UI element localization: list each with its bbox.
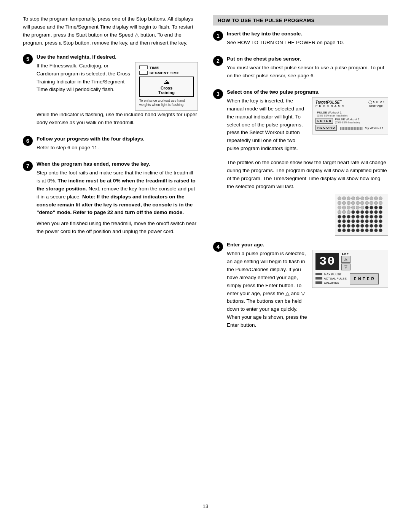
step-r3-body2: The profiles on the console show how the…: [227, 159, 388, 191]
calories-row: CALORIES: [315, 281, 347, 284]
step-7-number: 7: [23, 161, 33, 171]
dot: [351, 201, 355, 205]
dot: [365, 201, 369, 205]
actual-pulse-indicator: [315, 277, 322, 280]
dot: [370, 210, 373, 214]
step-r1-block: 1 Insert the key into the console. See H…: [213, 31, 388, 50]
tp-record-btn[interactable]: R E C O R D: [315, 125, 337, 131]
cross-training-display: TIME SEGMENT TIME ⛰ CrossTraining To enh…: [135, 62, 198, 111]
right-column: HOW TO USE THE PULSE PROGRAMS 1 Insert t…: [213, 15, 388, 492]
dot: [347, 197, 350, 200]
tp-enter-age-label: -Enter Age: [368, 104, 385, 107]
step-7-body1: Step onto the foot rails and make sure t…: [37, 169, 198, 217]
dot: [356, 224, 360, 228]
dot: [347, 215, 350, 219]
tp-programs-label: P R O G R A M S: [315, 104, 344, 108]
dot: [351, 197, 355, 200]
left-column: To stop the program temporarily, press o…: [23, 15, 198, 492]
section-header: HOW TO USE THE PULSE PROGRAMS: [213, 15, 388, 26]
cross-training-box: ⛰ CrossTraining: [139, 77, 194, 97]
age-top: 30 AGE △ ▽: [315, 252, 385, 270]
cross-training-icon: ⛰: [142, 79, 191, 86]
dot-row-7: [338, 224, 386, 228]
step-5-heading: Use the hand weights, if desired.: [37, 54, 198, 60]
max-pulse-row: MAX PULSE: [315, 273, 347, 276]
dot: [374, 224, 378, 228]
dot: [370, 197, 373, 200]
dot: [338, 219, 341, 223]
age-number: 30: [315, 253, 339, 270]
step-6-content: Follow your progress with the four displ…: [37, 136, 198, 155]
dot: [374, 219, 378, 223]
display-caption: To enhance workout use hand weights when…: [139, 99, 194, 107]
tp-header: TargetPULSE™ P R O G R A M S ◯ STEP 1 -E…: [315, 100, 385, 109]
dot: [370, 219, 373, 223]
dot-row-4: [338, 210, 386, 214]
step-6-number: 6: [23, 136, 33, 146]
dot: [351, 219, 355, 223]
dot: [356, 215, 360, 219]
step-r4-number: 4: [213, 242, 223, 252]
age-up-btn[interactable]: △: [341, 256, 350, 263]
step-7-content: When the program has ended, remove the k…: [37, 161, 198, 239]
dot: [351, 210, 355, 214]
age-arrows: △ ▽: [341, 256, 350, 270]
dot: [342, 197, 346, 200]
time-label: TIME: [150, 66, 159, 70]
dot: [356, 206, 360, 209]
step-r3-content: Select one of the two pulse programs. Wh…: [227, 89, 388, 236]
step-r3-number: 3: [213, 89, 223, 99]
tp-pulse1-label: PULSE Workout 1: [317, 111, 347, 114]
dot: [370, 228, 373, 232]
dot: [379, 206, 382, 209]
dot-row-5: [338, 215, 386, 219]
dot: [370, 224, 373, 228]
step-r3-text-image: When the key is inserted, the manual mod…: [227, 97, 388, 156]
segment-label: SEGMENT TIME: [150, 71, 179, 75]
intro-text: To stop the program temporarily, press o…: [23, 15, 198, 47]
tp-enter-btn[interactable]: E N T E R: [315, 118, 333, 124]
dot: [365, 228, 369, 232]
step-5-number: 5: [23, 54, 33, 64]
dot: [365, 215, 369, 219]
dot: [360, 219, 364, 223]
dot-grid-display: [335, 194, 388, 236]
dot: [379, 228, 382, 232]
dot: [342, 201, 346, 205]
age-down-btn[interactable]: ▽: [341, 264, 350, 270]
step-r1-heading: Insert the key into the console.: [227, 31, 388, 37]
dot: [370, 215, 373, 219]
dot: [338, 228, 341, 232]
dot: [338, 210, 341, 214]
dot-row-8: [338, 228, 386, 232]
dot: [342, 206, 346, 209]
step-5-body-before: If the Fitnesswalk, Cardiojog, or Cardio…: [37, 62, 131, 94]
tp-pulse1-sub: (65%-85% max heartrate): [317, 114, 347, 117]
dot-row-1: [338, 197, 386, 200]
step-5-content: Use the hand weights, if desired. If the…: [37, 54, 198, 130]
calories-label: CALORIES: [324, 281, 339, 284]
step-7-note: Note: If the displays and indicators on …: [37, 194, 193, 216]
dot: [351, 206, 355, 209]
max-pulse-indicator: [315, 273, 322, 275]
dot: [360, 215, 364, 219]
dot: [374, 201, 378, 205]
time-icon: [139, 66, 148, 69]
step-6-body: Refer to step 6 on page 11.: [37, 144, 198, 152]
dot: [379, 210, 382, 214]
step-r4-text-col: When a pulse program is selected, an age…: [227, 250, 307, 332]
my-workout-label: My Workout 1: [365, 126, 384, 130]
dot: [379, 201, 382, 205]
enter-big-btn[interactable]: E N T E R: [350, 273, 379, 284]
age-label: AGE: [341, 252, 350, 256]
dot: [365, 210, 369, 214]
step-r4-content: Enter your age. When a pulse program is …: [227, 242, 388, 332]
dot: [356, 201, 360, 205]
dot: [365, 206, 369, 209]
dot: [342, 228, 346, 232]
dot: [347, 206, 350, 209]
page-number: 13: [23, 503, 388, 509]
step-r2-body: You must wear the chest pulse sensor to …: [227, 64, 388, 80]
dot: [342, 210, 346, 214]
dot: [360, 197, 364, 200]
